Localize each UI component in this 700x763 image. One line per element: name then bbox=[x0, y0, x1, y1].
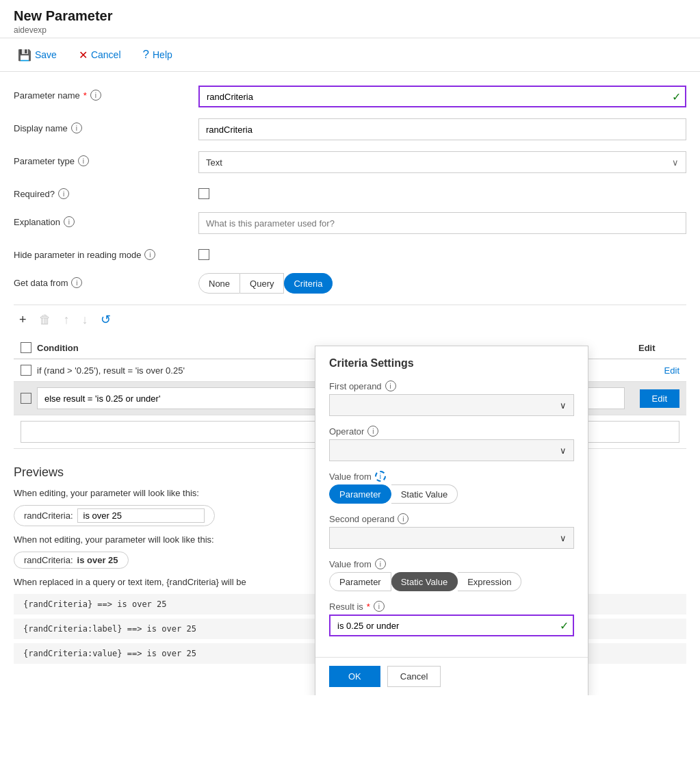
get-data-none-option[interactable]: None bbox=[198, 273, 240, 294]
explanation-control bbox=[198, 212, 686, 234]
view-preview-pill: randCriteria: is over 25 bbox=[14, 552, 129, 569]
main-content: Parameter name * i ✓ Display name i Para… bbox=[0, 72, 700, 695]
required-marker: * bbox=[83, 90, 87, 101]
result-input-wrap: ✓ bbox=[329, 615, 574, 636]
parameter-name-info-icon[interactable]: i bbox=[90, 90, 101, 101]
required-checkbox[interactable] bbox=[198, 188, 209, 199]
panel-ok-button[interactable]: OK bbox=[329, 666, 380, 687]
panel-body: First operand i ∨ Operator i ∨ bbox=[315, 375, 588, 657]
hide-param-control bbox=[198, 245, 686, 262]
help-button[interactable]: ? Help bbox=[139, 45, 177, 64]
row1-checkbox[interactable] bbox=[21, 365, 31, 376]
value-from-1-radio-group: Parameter Static Value bbox=[329, 484, 574, 504]
operator-select[interactable]: ∨ bbox=[329, 439, 574, 461]
get-data-query-option[interactable]: Query bbox=[240, 273, 284, 294]
hide-param-row: Hide parameter in reading mode i bbox=[14, 245, 686, 262]
result-input[interactable] bbox=[329, 615, 574, 636]
refresh-button[interactable]: ↺ bbox=[98, 311, 114, 328]
panel-footer: OK Cancel bbox=[315, 657, 588, 695]
view-pill-label: randCriteria: bbox=[24, 555, 73, 565]
second-operand-field: Second operand i ∨ bbox=[329, 513, 574, 549]
get-data-row: Get data from i None Query Criteria bbox=[14, 273, 686, 294]
parameter-name-row: Parameter name * i ✓ bbox=[14, 86, 686, 107]
col-header-edit: Edit bbox=[632, 337, 686, 359]
get-data-info-icon[interactable]: i bbox=[71, 277, 82, 288]
hide-param-info-icon[interactable]: i bbox=[144, 249, 155, 260]
move-up-button[interactable]: ↑ bbox=[61, 311, 73, 328]
required-info-icon[interactable]: i bbox=[58, 188, 69, 199]
select-all-checkbox[interactable] bbox=[21, 342, 31, 353]
parameter-type-control: Text ∨ bbox=[198, 151, 686, 173]
edit-link-1[interactable]: Edit bbox=[664, 365, 679, 376]
value-from-2-parameter-option[interactable]: Parameter bbox=[329, 572, 391, 591]
operator-info-icon[interactable]: i bbox=[367, 426, 378, 437]
value-from-2-static-option[interactable]: Static Value bbox=[391, 572, 458, 591]
operator-field: Operator i ∨ bbox=[329, 426, 574, 461]
save-button[interactable]: 💾 Save bbox=[14, 46, 61, 64]
second-operand-info-icon[interactable]: i bbox=[398, 513, 409, 524]
required-row: Required? i bbox=[14, 184, 686, 201]
value-from-2-label: Value from i bbox=[329, 558, 574, 569]
delete-condition-button[interactable]: 🗑 bbox=[36, 311, 54, 328]
hide-param-checkbox[interactable] bbox=[198, 249, 209, 260]
parameter-name-check-icon: ✓ bbox=[672, 90, 681, 103]
display-name-info-icon[interactable]: i bbox=[71, 122, 82, 133]
explanation-input[interactable] bbox=[198, 212, 686, 234]
parameter-type-info-icon[interactable]: i bbox=[78, 155, 89, 166]
result-label: Result is * i bbox=[329, 601, 574, 612]
second-operand-select[interactable]: ∨ bbox=[329, 527, 574, 549]
add-condition-button[interactable]: + bbox=[16, 311, 29, 328]
display-name-row: Display name i bbox=[14, 118, 686, 140]
edit-pill-label: randCriteria: bbox=[24, 510, 73, 521]
get-data-label: Get data from i bbox=[14, 273, 198, 288]
criteria-toolbar: + 🗑 ↑ ↓ ↺ bbox=[14, 311, 686, 328]
value-from-2-radio-group: Parameter Static Value Expression bbox=[329, 572, 574, 591]
page-title: New Parameter bbox=[14, 8, 686, 24]
parameter-type-select[interactable]: Text ∨ bbox=[198, 151, 686, 173]
value-from-2-expression-option[interactable]: Expression bbox=[458, 572, 521, 591]
result-info-icon[interactable]: i bbox=[374, 601, 385, 612]
value-from-1-info-icon[interactable]: i bbox=[375, 471, 386, 482]
display-name-input[interactable] bbox=[198, 118, 686, 140]
edit-cell-1: Edit bbox=[632, 359, 686, 382]
criteria-settings-panel: Criteria Settings First operand i ∨ Oper… bbox=[315, 346, 588, 695]
parameter-type-row: Parameter type i Text ∨ bbox=[14, 151, 686, 173]
value-from-1-label: Value from i bbox=[329, 471, 574, 482]
operator-label: Operator i bbox=[329, 426, 574, 437]
panel-cancel-button[interactable]: Cancel bbox=[387, 666, 441, 687]
edit-button-2[interactable]: Edit bbox=[640, 389, 679, 408]
panel-title: Criteria Settings bbox=[315, 346, 588, 375]
page-header: New Parameter aidevexp bbox=[0, 0, 700, 38]
parameter-name-input[interactable] bbox=[198, 86, 686, 107]
cancel-button[interactable]: ✕ Cancel bbox=[75, 46, 125, 64]
value-from-1-parameter-option[interactable]: Parameter bbox=[329, 484, 391, 504]
get-data-radio-group: None Query Criteria bbox=[198, 273, 686, 294]
row2-checkbox[interactable] bbox=[21, 393, 31, 404]
cancel-icon: ✕ bbox=[79, 49, 88, 62]
first-operand-chevron-icon: ∨ bbox=[560, 400, 567, 411]
explanation-info-icon[interactable]: i bbox=[64, 216, 75, 227]
value-from-1-field: Value from i Parameter Static Value bbox=[329, 471, 574, 504]
value-from-2-field: Value from i Parameter Static Value Expr… bbox=[329, 558, 574, 591]
first-operand-select[interactable]: ∨ bbox=[329, 394, 574, 416]
first-operand-label: First operand i bbox=[329, 380, 574, 391]
display-name-label: Display name i bbox=[14, 118, 198, 133]
required-control bbox=[198, 184, 686, 201]
get-data-criteria-option[interactable]: Criteria bbox=[284, 273, 333, 294]
save-icon: 💾 bbox=[18, 49, 31, 62]
result-field: Result is * i ✓ bbox=[329, 601, 574, 636]
value-from-2-info-icon[interactable]: i bbox=[375, 558, 386, 569]
required-label: Required? i bbox=[14, 184, 198, 199]
divider-1 bbox=[14, 305, 686, 305]
view-pill-value: is over 25 bbox=[77, 555, 118, 565]
explanation-row: Explanation i bbox=[14, 212, 686, 234]
first-operand-field: First operand i ∨ bbox=[329, 380, 574, 416]
value-from-1-static-option[interactable]: Static Value bbox=[391, 484, 458, 504]
result-check-icon: ✓ bbox=[560, 619, 569, 632]
first-operand-info-icon[interactable]: i bbox=[385, 380, 396, 391]
edit-pill-value-input[interactable] bbox=[77, 508, 205, 523]
help-icon: ? bbox=[143, 48, 149, 62]
move-down-button[interactable]: ↓ bbox=[79, 311, 91, 328]
parameter-name-control: ✓ bbox=[198, 86, 686, 107]
display-name-control bbox=[198, 118, 686, 140]
